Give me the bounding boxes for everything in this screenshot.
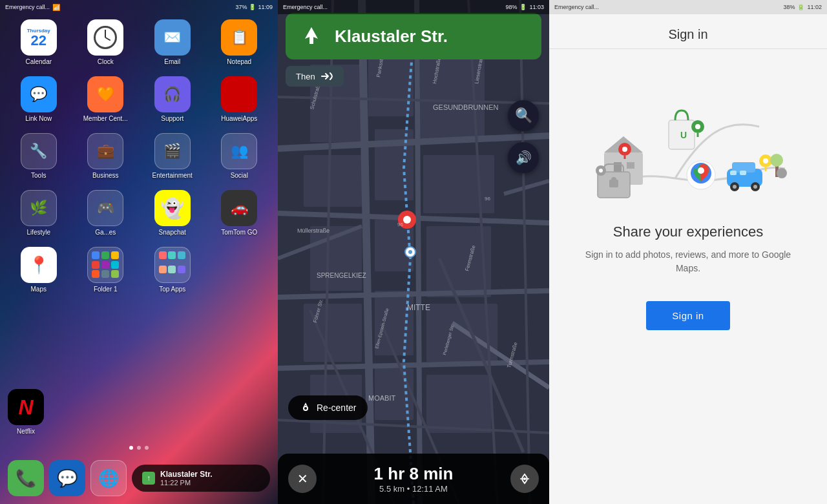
signin-carrier: Emergency call...	[554, 4, 599, 10]
nav-eta-info: 1 hr 8 min 5.5 km • 12:11 AM	[374, 464, 454, 494]
svg-rect-81	[740, 171, 746, 175]
netflix-letter: N	[18, 395, 33, 419]
app-label-notepad: Notepad	[227, 58, 251, 66]
status-bar-right: 37% 🔋 11:09	[235, 4, 273, 10]
netflix-icon: N	[8, 389, 44, 425]
calendar-day: 22	[31, 34, 47, 48]
folder1-icon	[87, 247, 123, 283]
svg-point-77	[733, 185, 737, 189]
recenter-label: Re-center	[317, 403, 356, 413]
linknow-icon: 💬	[21, 76, 57, 112]
app-label-folder1: Folder 1	[94, 286, 118, 293]
app-calendar[interactable]: Thursday 22 Calendar	[8, 19, 70, 66]
svg-point-54	[304, 406, 308, 410]
signin-status-right: 38% 🔋 11:02	[783, 4, 822, 10]
nav-eta-detail: 5.5 km • 12:11 AM	[374, 484, 454, 494]
audio-icon: 🔊	[516, 150, 532, 165]
app-business[interactable]: 💼 Business	[75, 133, 137, 180]
carrier-text: Emergency call...	[5, 4, 50, 10]
dot-3	[145, 446, 149, 450]
app-label-lifestyle: Lifestyle	[26, 229, 50, 236]
search-icon: 🔍	[515, 107, 532, 124]
messages-app-icon[interactable]: 💬	[49, 460, 85, 496]
app-label-tomtom: TomTom GO	[221, 229, 257, 236]
nav-arrival-time: 12:11 AM	[412, 484, 448, 494]
app-folder1[interactable]: Folder 1	[75, 247, 137, 293]
svg-point-73	[698, 167, 704, 174]
signin-status-bar: Emergency call... 38% 🔋 11:02	[549, 0, 827, 14]
app-tomtom[interactable]: 🚗 TomTom GO	[209, 190, 271, 236]
maps-carrier: Emergency call...	[283, 4, 328, 10]
svg-rect-59	[627, 162, 634, 169]
app-linknow[interactable]: 💬 Link Now	[8, 76, 70, 123]
app-clock[interactable]: Clock	[75, 19, 137, 66]
app-label-netflix: Netflix	[17, 428, 35, 436]
battery-level: 37%	[235, 4, 247, 10]
app-social[interactable]: 👥 Social	[209, 133, 271, 180]
recenter-icon	[300, 402, 311, 414]
signin-divider	[549, 48, 827, 49]
app-topapps[interactable]: Top Apps	[141, 247, 204, 293]
nav-options-icon	[518, 472, 531, 485]
app-label-maps: Maps	[31, 286, 47, 293]
nav-distance: 5.5 km	[379, 484, 404, 494]
close-icon: ✕	[297, 471, 308, 487]
svg-point-70	[599, 169, 603, 173]
app-maps[interactable]: Maps	[8, 247, 70, 293]
lifestyle-icon: 🌿	[21, 190, 57, 226]
support-icon: 🎧	[154, 76, 191, 112]
app-label-business: Business	[92, 172, 119, 180]
signin-button[interactable]: Sign in	[646, 301, 729, 330]
app-snapchat[interactable]: Snapchat	[141, 190, 204, 236]
browser-icon: 🌐	[98, 468, 119, 488]
app-games[interactable]: 🎮 Ga...es	[75, 190, 137, 236]
app-entertainment[interactable]: 🎬 Entertainment	[141, 133, 204, 180]
app-label-membercent: Member Cent...	[83, 115, 128, 123]
signin-screen: Emergency call... 38% 🔋 11:02 Sign in	[549, 0, 827, 504]
home-screen: Emergency call... 📶 37% 🔋 11:09 Thursday…	[0, 0, 278, 504]
app-netflix[interactable]: N Netflix	[8, 389, 44, 436]
svg-text:96: 96	[397, 222, 403, 227]
status-bar: Emergency call... 📶 37% 🔋 11:09	[0, 0, 278, 14]
nav-recenter-button[interactable]: Re-center	[288, 395, 368, 420]
tools-icon: 🔧	[21, 133, 57, 169]
signal-icon: 📶	[52, 4, 60, 11]
app-notepad[interactable]: 📋 Notepad	[209, 19, 271, 66]
app-email[interactable]: ✉️ Email	[141, 19, 204, 66]
signin-battery-icon: 🔋	[797, 4, 804, 10]
svg-point-34	[403, 216, 411, 224]
app-label-huaweiapps: HuaweiApps	[221, 115, 257, 123]
nav-eta-separator: •	[407, 484, 412, 494]
tomtom-icon: 🚗	[221, 190, 257, 226]
svg-text:Müllerstraße: Müllerstraße	[297, 227, 330, 234]
topapps-icon	[154, 247, 191, 283]
snapchat-icon	[154, 190, 191, 226]
notification-bar[interactable]: ↑ Klaustaler Str. 11:22 PM	[132, 465, 270, 492]
app-lifestyle[interactable]: 🌿 Lifestyle	[8, 190, 70, 236]
app-membercent[interactable]: 🧡 Member Cent...	[75, 76, 137, 123]
games-icon: 🎮	[87, 190, 123, 226]
browser-app-icon[interactable]: 🌐	[90, 460, 127, 496]
nav-up-arrow-icon	[298, 23, 324, 49]
app-label-clock: Clock	[98, 58, 114, 66]
app-support[interactable]: 🎧 Support	[141, 76, 204, 123]
svg-text:MITTE: MITTE	[407, 303, 430, 312]
nav-direction-card: Klaustaler Str.	[286, 13, 541, 59]
app-label-support: Support	[161, 115, 183, 123]
maps-status-bar: Emergency call... 98% 🔋 11:03	[278, 0, 549, 14]
phone-app-icon[interactable]: 📞	[8, 460, 44, 496]
page-indicator	[0, 441, 278, 455]
business-icon: 💼	[87, 133, 123, 169]
map-search-button[interactable]: 🔍	[508, 100, 539, 131]
app-tools[interactable]: 🔧 Tools	[8, 133, 70, 180]
svg-text:96: 96	[485, 196, 490, 202]
nav-notification-text: Klaustaler Str. 11:22 PM	[160, 470, 213, 487]
svg-rect-80	[730, 171, 737, 175]
app-huaweiapps[interactable]: HuaweiApps	[209, 76, 271, 123]
map-audio-button[interactable]: 🔊	[508, 142, 539, 173]
app-label-tools: Tools	[31, 172, 46, 180]
nav-options-button[interactable]	[510, 465, 539, 493]
svg-text:U: U	[680, 130, 687, 140]
dot-1	[129, 446, 133, 450]
nav-close-button[interactable]: ✕	[288, 465, 317, 493]
